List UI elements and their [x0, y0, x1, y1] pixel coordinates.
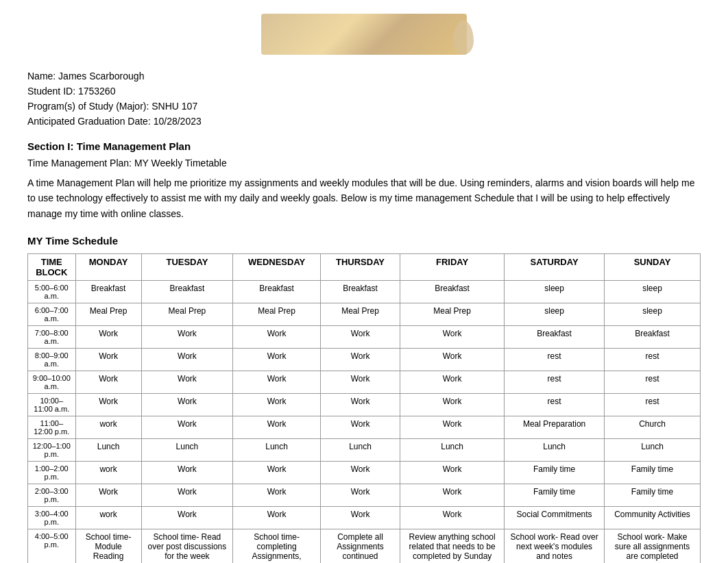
- cell-sat-2: Breakfast: [505, 326, 605, 349]
- cell-time-9: 2:00–3:00 p.m.: [28, 484, 76, 507]
- cell-tue-1: Meal Prep: [141, 303, 233, 326]
- student-info: Name: James Scarborough Student ID: 1753…: [27, 71, 701, 127]
- schedule-table: TIME BLOCK MONDAY TUESDAY WEDNESDAY THUR…: [27, 253, 701, 563]
- cell-mon-9: Work: [75, 484, 141, 507]
- cell-sat-3: rest: [505, 349, 605, 371]
- cell-sun-1: sleep: [605, 303, 701, 326]
- table-row: 10:00–11:00 a.m.WorkWorkWorkWorkWorkrest…: [28, 394, 701, 416]
- cell-mon-4: Work: [75, 371, 141, 394]
- cell-mon-2: Work: [75, 326, 141, 349]
- table-row: 1:00–2:00 p.m.workWorkWorkWorkWorkFamily…: [28, 462, 701, 484]
- cell-thu-0: Breakfast: [320, 281, 400, 303]
- cell-tue-7: Lunch: [141, 439, 233, 462]
- cell-sun-4: rest: [605, 371, 701, 394]
- cell-sun-10: Community Activities: [605, 507, 701, 529]
- cell-fri-1: Meal Prep: [400, 303, 505, 326]
- cell-sun-11: School work- Make sure all assignments a…: [605, 529, 701, 563]
- cell-wed-2: Work: [233, 326, 321, 349]
- table-row: 4:00–5:00 p.m.School time- Module Readin…: [28, 529, 701, 563]
- cell-fri-0: Breakfast: [400, 281, 505, 303]
- cell-tue-9: Work: [141, 484, 233, 507]
- cell-wed-10: Work: [233, 507, 321, 529]
- cell-tue-10: Work: [141, 507, 233, 529]
- cell-time-4: 9:00–10:00 a.m.: [28, 371, 76, 394]
- col-header-thursday: THURSDAY: [320, 254, 400, 281]
- cell-thu-4: Work: [320, 371, 400, 394]
- cell-mon-6: work: [75, 416, 141, 439]
- cell-thu-11: Complete all Assignments continued: [320, 529, 400, 563]
- snhu-logo: [261, 14, 467, 55]
- cell-wed-11: School time- completing Assignments,: [233, 529, 321, 563]
- cell-sat-10: Social Commitments: [505, 507, 605, 529]
- cell-thu-10: Work: [320, 507, 400, 529]
- graduation-date: Anticipated Graduation Date: 10/28/2023: [27, 116, 701, 127]
- cell-fri-10: Work: [400, 507, 505, 529]
- cell-fri-2: Work: [400, 326, 505, 349]
- cell-time-10: 3:00–4:00 p.m.: [28, 507, 76, 529]
- cell-mon-5: Work: [75, 394, 141, 416]
- table-body: 5:00–6:00 a.m.BreakfastBreakfastBreakfas…: [28, 281, 701, 563]
- cell-mon-7: Lunch: [75, 439, 141, 462]
- cell-time-3: 8:00–9:00 a.m.: [28, 349, 76, 371]
- cell-sun-5: rest: [605, 394, 701, 416]
- cell-mon-11: School time- Module Reading: [75, 529, 141, 563]
- cell-sun-7: Lunch: [605, 439, 701, 462]
- cell-tue-11: School time- Read over post discussions …: [141, 529, 233, 563]
- cell-time-8: 1:00–2:00 p.m.: [28, 462, 76, 484]
- col-header-saturday: SATURDAY: [505, 254, 605, 281]
- schedule-title: MY Time Schedule: [27, 235, 701, 247]
- cell-thu-5: Work: [320, 394, 400, 416]
- cell-tue-2: Work: [141, 326, 233, 349]
- cell-sat-7: Lunch: [505, 439, 605, 462]
- cell-fri-9: Work: [400, 484, 505, 507]
- table-row: 9:00–10:00 a.m.WorkWorkWorkWorkWorkrestr…: [28, 371, 701, 394]
- cell-sun-2: Breakfast: [605, 326, 701, 349]
- cell-time-11: 4:00–5:00 p.m.: [28, 529, 76, 563]
- table-row: 8:00–9:00 a.m.WorkWorkWorkWorkWorkrestre…: [28, 349, 701, 371]
- col-header-tuesday: TUESDAY: [141, 254, 233, 281]
- student-name: Name: James Scarborough: [27, 71, 701, 82]
- cell-tue-6: Work: [141, 416, 233, 439]
- cell-mon-1: Meal Prep: [75, 303, 141, 326]
- cell-tue-8: Work: [141, 462, 233, 484]
- cell-time-7: 12:00–1:00 p.m.: [28, 439, 76, 462]
- cell-tue-0: Breakfast: [141, 281, 233, 303]
- cell-tue-4: Work: [141, 371, 233, 394]
- cell-thu-2: Work: [320, 326, 400, 349]
- col-header-wednesday: WEDNESDAY: [233, 254, 321, 281]
- cell-wed-1: Meal Prep: [233, 303, 321, 326]
- col-header-sunday: SUNDAY: [605, 254, 701, 281]
- cell-wed-6: Work: [233, 416, 321, 439]
- table-row: 2:00–3:00 p.m.WorkWorkWorkWorkWorkFamily…: [28, 484, 701, 507]
- col-header-friday: FRIDAY: [400, 254, 505, 281]
- cell-fri-6: Work: [400, 416, 505, 439]
- cell-wed-3: Work: [233, 349, 321, 371]
- cell-sat-9: Family time: [505, 484, 605, 507]
- plan-title: Time Management Plan: MY Weekly Timetabl…: [27, 158, 701, 168]
- cell-thu-1: Meal Prep: [320, 303, 400, 326]
- cell-sat-1: sleep: [505, 303, 605, 326]
- col-header-monday: MONDAY: [75, 254, 141, 281]
- table-row: 6:00–7:00 a.m.Meal PrepMeal PrepMeal Pre…: [28, 303, 701, 326]
- table-row: 3:00–4:00 p.m.workWorkWorkWorkWorkSocial…: [28, 507, 701, 529]
- cell-mon-0: Breakfast: [75, 281, 141, 303]
- table-header-row: TIME BLOCK MONDAY TUESDAY WEDNESDAY THUR…: [28, 254, 701, 281]
- cell-sun-6: Church: [605, 416, 701, 439]
- logo-area: [27, 14, 701, 57]
- cell-sat-8: Family time: [505, 462, 605, 484]
- table-row: 12:00–1:00 p.m.LunchLunchLunchLunchLunch…: [28, 439, 701, 462]
- cell-mon-8: work: [75, 462, 141, 484]
- cell-thu-8: Work: [320, 462, 400, 484]
- cell-sat-5: rest: [505, 394, 605, 416]
- cell-time-6: 11:00–12:00 p.m.: [28, 416, 76, 439]
- cell-time-1: 6:00–7:00 a.m.: [28, 303, 76, 326]
- cell-wed-8: Work: [233, 462, 321, 484]
- cell-fri-8: Work: [400, 462, 505, 484]
- cell-sun-0: sleep: [605, 281, 701, 303]
- table-row: 7:00–8:00 a.m.WorkWorkWorkWorkWorkBreakf…: [28, 326, 701, 349]
- cell-fri-7: Lunch: [400, 439, 505, 462]
- description: A time Management Plan will help me prio…: [27, 175, 701, 221]
- cell-tue-5: Work: [141, 394, 233, 416]
- cell-sun-3: rest: [605, 349, 701, 371]
- cell-sun-8: Family time: [605, 462, 701, 484]
